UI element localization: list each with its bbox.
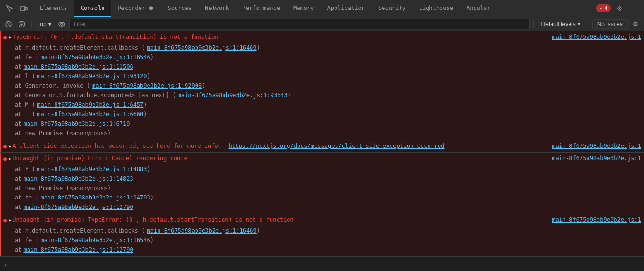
filter-input[interactable] [69, 19, 530, 29]
tab-lighthouse[interactable]: Lighthouse [412, 0, 460, 17]
execution-context-dropdown[interactable]: top ▾ [36, 20, 54, 28]
stack-link[interactable]: main-8f675a98ab9e3b2e.js:1:93120 [37, 72, 147, 81]
stack-line: at l (main-8f675a98ab9e3b2e.js:1:93120) [1, 72, 641, 81]
error-source-2[interactable]: main-8f675a98ab9e3b2e.js:1 [552, 142, 641, 150]
stack-line: at h.default.createElement.callbacks (ma… [1, 226, 641, 235]
tab-sources[interactable]: Sources [161, 0, 198, 17]
error-text-2: A client-side exception has occurred, se… [12, 142, 547, 150]
clear-console-button[interactable] [3, 18, 14, 30]
stack-lines-4: at h.default.createElement.callbacks (ma… [0, 226, 644, 256]
error-expand-3[interactable]: ▶ [9, 155, 11, 162]
tab-elements[interactable]: Elements [33, 0, 74, 17]
error-line-4: ● ▶ Uncaught (in promise) TypeError: (0 … [0, 214, 644, 226]
more-icon: ⋮ [631, 4, 638, 13]
stack-line: at Generator.S.forEach.e.<computed> [as … [1, 90, 641, 100]
issues-settings-button[interactable]: ⚙ [630, 18, 641, 30]
stack-link[interactable]: main-8f675a98ab9e3b2e.js:1:92908 [92, 81, 202, 90]
console-toolbar: top ▾ Default levels ▾ No Issues ⚙ [0, 17, 644, 31]
console-content: ● ▶ TypeError: (0 , h.default.startTrans… [0, 31, 644, 258]
toolbar-divider3 [588, 20, 588, 28]
stack-link[interactable]: main-8f675a98ab9e3b2e.js:1:16469 [147, 44, 257, 52]
stack-link[interactable]: main-8f675a98ab9e3b2e.js:1:6660 [37, 110, 143, 118]
error-icon-2: ● [3, 142, 7, 151]
more-tools-button[interactable]: ⋮ [628, 2, 641, 15]
gear-icon: ⚙ [616, 5, 623, 12]
error-text-1: TypeError: (0 , h.default.startTransitio… [12, 33, 547, 41]
stack-link[interactable]: main-8f675a98ab9e3b2e.js:1:12790 [23, 203, 133, 211]
console-input[interactable] [10, 262, 640, 268]
tab-console[interactable]: Console [74, 0, 112, 17]
chevron-down-icon2: ▾ [578, 21, 580, 27]
top-label: top [38, 21, 47, 27]
console-input-bar: › [0, 258, 644, 271]
stack-line: at new Promise (<anonymous>) [1, 128, 641, 138]
stack-link[interactable]: main-8f675a98ab9e3b2e.js:1:6457 [37, 100, 143, 109]
error-expand-4[interactable]: ▶ [9, 217, 11, 224]
svg-rect-1 [25, 7, 27, 10]
main-tabs: Elements Console Recorder ⏺ Sources Netw… [33, 0, 593, 17]
stack-link[interactable]: main-8f675a98ab9e3b2e.js:1:14883 [37, 165, 147, 173]
gear-icon2: ⚙ [633, 20, 638, 27]
stack-line: at Generator._invoke (main-8f675a98ab9e3… [1, 81, 641, 90]
nextjs-docs-link[interactable]: https://nextjs.org/docs/messages/client-… [228, 143, 444, 149]
tab-security[interactable]: Security [372, 0, 412, 17]
stack-line: at main-8f675a98ab9e3b2e.js:1:14823 [1, 174, 641, 183]
stack-link[interactable]: main-8f675a98ab9e3b2e.js:1:14793 [41, 193, 150, 202]
tab-angular[interactable]: Angular [460, 0, 497, 17]
error-x-icon: ✕ [599, 6, 602, 11]
error-group-2: ● ▶ A client-side exception has occurred… [0, 140, 644, 153]
inspect-element-button[interactable] [3, 2, 16, 15]
stack-link[interactable]: main-8f675a98ab9e3b2e.js:1:93543 [178, 91, 288, 99]
error-count-badge[interactable]: ✕ 4 [596, 4, 611, 12]
stack-link[interactable]: main-8f675a98ab9e3b2e.js:1:16469 [147, 226, 257, 235]
error-group-1: ● ▶ TypeError: (0 , h.default.startTrans… [0, 31, 644, 140]
stack-line: at i (main-8f675a98ab9e3b2e.js:1:6660) [1, 109, 641, 119]
error-text-4: Uncaught (in promise) TypeError: (0 , h.… [12, 216, 547, 224]
svg-rect-0 [21, 6, 25, 11]
error-text-3: Uncaught (in promise) Error: Cancel rend… [12, 154, 547, 163]
error-source-4[interactable]: main-8f675a98ab9e3b2e.js:1 [552, 216, 641, 224]
settings-button[interactable]: ⚙ [613, 2, 626, 15]
stack-lines-1: at h.default.createElement.callbacks (ma… [0, 43, 644, 140]
error-count-value: 4 [604, 5, 607, 11]
stack-line: at h.default.createElement.callbacks (ma… [1, 43, 641, 53]
default-levels-dropdown[interactable]: Default levels ▾ [538, 20, 584, 28]
tab-performance[interactable]: Performance [236, 0, 287, 17]
error-expand-2[interactable]: ▶ [9, 143, 11, 150]
stack-link[interactable]: main-8f675a98ab9e3b2e.js:1:6719 [23, 119, 130, 128]
stack-line: at main-8f675a98ab9e3b2e.js:1:6719 [1, 119, 641, 128]
error-line-3: ● ▶ Uncaught (in promise) Error: Cancel … [0, 153, 644, 164]
error-icon-1: ● [3, 33, 7, 42]
stack-line: at M (main-8f675a98ab9e3b2e.js:1:6457) [1, 100, 641, 109]
device-toolbar-button[interactable] [17, 2, 30, 15]
no-issues-button[interactable]: No Issues [592, 19, 628, 29]
svg-line-3 [7, 23, 10, 26]
stack-line: at fe (main-8f675a98ab9e3b2e.js:1:16546) [1, 235, 641, 245]
tab-application[interactable]: Application [320, 0, 371, 17]
stack-link[interactable]: main-8f675a98ab9e3b2e.js:1:11506 [23, 63, 133, 71]
stack-line: at fe (main-8f675a98ab9e3b2e.js:1:16546) [1, 53, 641, 62]
stack-link[interactable]: main-8f675a98ab9e3b2e.js:1:12790 [23, 245, 133, 254]
stack-line: at Y (main-8f675a98ab9e3b2e.js:1:14883) [1, 164, 641, 174]
tab-network[interactable]: Network [198, 0, 236, 17]
tab-bar-right-icons: ✕ 4 ⚙ ⋮ [593, 2, 644, 15]
error-expand-1[interactable]: ▶ [9, 34, 11, 41]
tab-bar-left-icons [0, 2, 33, 15]
tab-memory[interactable]: Memory [287, 0, 320, 17]
stack-line: at new Promise (<anonymous>) [1, 183, 641, 193]
error-line-2: ● ▶ A client-side exception has occurred… [0, 140, 644, 152]
stack-link[interactable]: main-8f675a98ab9e3b2e.js:1:14823 [23, 174, 133, 183]
stack-link[interactable]: main-8f675a98ab9e3b2e.js:1:16546 [41, 236, 150, 244]
no-issues-label: No Issues [597, 21, 623, 27]
filter-toggle-button[interactable] [16, 18, 28, 30]
error-source-3[interactable]: main-8f675a98ab9e3b2e.js:1 [552, 154, 641, 163]
stack-lines-3: at Y (main-8f675a98ab9e3b2e.js:1:14883) … [0, 164, 644, 214]
stack-link[interactable]: main-8f675a98ab9e3b2e.js:1:16546 [41, 53, 150, 62]
tab-recorder[interactable]: Recorder ⏺ [111, 0, 161, 17]
error-line-1: ● ▶ TypeError: (0 , h.default.startTrans… [0, 31, 644, 43]
error-source-1[interactable]: main-8f675a98ab9e3b2e.js:1 [552, 33, 641, 41]
eye-button[interactable] [56, 18, 67, 30]
error-icon-4: ● [3, 216, 7, 225]
toolbar-divider [31, 20, 32, 28]
chevron-down-icon: ▾ [48, 21, 51, 27]
